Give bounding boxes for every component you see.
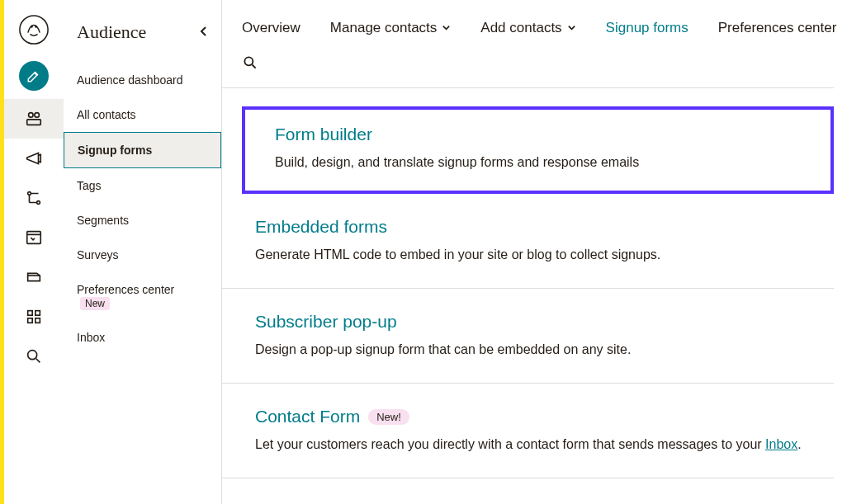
tab-manage-contacts[interactable]: Manage contacts: [330, 20, 451, 36]
card-embedded-forms[interactable]: Embedded forms Generate HTML code to emb…: [222, 194, 834, 289]
rail-website-icon[interactable]: [4, 218, 64, 257]
svg-rect-8: [27, 232, 41, 244]
rail-audience-icon[interactable]: [4, 99, 64, 139]
svg-rect-12: [35, 318, 40, 323]
sidebar-item-all-contacts[interactable]: All contacts: [64, 97, 221, 132]
sidebar-item-label: Tags: [77, 179, 102, 192]
tab-label: Overview: [242, 20, 300, 36]
tab-label: Signup forms: [606, 20, 688, 36]
sidebar-item-label: Surveys: [77, 248, 119, 261]
svg-point-6: [28, 192, 31, 195]
card-form-builder[interactable]: Form builder Build, design, and translat…: [242, 106, 834, 194]
sidebar-item-signup-forms[interactable]: Signup forms: [64, 132, 221, 168]
svg-rect-9: [28, 311, 33, 316]
card-title: Form builder: [275, 125, 814, 144]
desc-text: Let your customers reach you directly wi…: [255, 437, 765, 451]
sidebar-item-label: Preferences center: [77, 283, 174, 296]
sidebar-item-label: Inbox: [77, 331, 105, 344]
sidebar-item-label: Audience dashboard: [77, 73, 182, 87]
new-badge: New!: [368, 409, 409, 425]
rail-search-icon[interactable]: [4, 337, 64, 376]
svg-point-3: [29, 113, 34, 118]
card-title: Embedded forms: [255, 217, 814, 237]
svg-point-4: [35, 113, 39, 118]
sidebar-item-label: All contacts: [77, 108, 136, 121]
tab-preferences-center[interactable]: Preferences center: [718, 20, 837, 36]
main-content: Overview Manage contacts Add contacts Si…: [222, 0, 847, 504]
create-button[interactable]: [19, 61, 49, 91]
card-desc: Build, design, and translate signup form…: [275, 153, 814, 172]
card-subscriber-popup[interactable]: Subscriber pop-up Design a pop-up signup…: [222, 289, 834, 384]
card-title: Subscriber pop-up: [255, 312, 814, 332]
inbox-link[interactable]: Inbox: [765, 437, 797, 451]
card-title: Contact Form New!: [255, 407, 814, 426]
sidebar-item-label: Signup forms: [78, 144, 152, 157]
sidebar-item-label: Segments: [77, 214, 129, 227]
card-title-text: Contact Form: [255, 407, 360, 426]
new-badge: New: [80, 297, 110, 310]
sidebar-title: Audience: [77, 21, 146, 43]
chevron-down-icon: [442, 20, 451, 36]
sidebar-collapse-icon[interactable]: [200, 24, 208, 41]
svg-point-7: [37, 201, 40, 205]
sidebar-item-dashboard[interactable]: Audience dashboard: [64, 63, 221, 97]
search-row[interactable]: [222, 48, 834, 88]
tab-label: Add contacts: [480, 20, 561, 36]
sidebar-item-inbox[interactable]: Inbox: [64, 320, 221, 355]
tab-label: Preferences center: [718, 20, 837, 36]
desc-text: .: [797, 437, 801, 451]
svg-point-13: [28, 351, 37, 360]
tab-add-contacts[interactable]: Add contacts: [480, 20, 575, 36]
svg-rect-10: [35, 311, 40, 316]
svg-rect-5: [27, 120, 41, 125]
tab-signup-forms[interactable]: Signup forms: [606, 20, 688, 36]
sidebar-item-segments[interactable]: Segments: [64, 203, 221, 238]
sidebar-item-tags[interactable]: Tags: [64, 168, 221, 203]
tabs-bar: Overview Manage contacts Add contacts Si…: [222, 20, 847, 48]
card-contact-form[interactable]: Contact Form New! Let your customers rea…: [222, 384, 834, 478]
tab-label: Manage contacts: [330, 20, 437, 36]
icon-rail: [4, 0, 64, 504]
logo-icon[interactable]: [19, 15, 49, 48]
card-desc: Let your customers reach you directly wi…: [255, 435, 814, 455]
search-icon: [242, 59, 258, 73]
svg-rect-11: [28, 318, 33, 323]
tab-overview[interactable]: Overview: [242, 20, 300, 36]
rail-content-icon[interactable]: [4, 257, 64, 297]
svg-point-2: [35, 26, 37, 28]
svg-point-0: [20, 16, 48, 44]
sidebar: Audience Audience dashboard All contacts…: [64, 0, 222, 504]
rail-integrations-icon[interactable]: [4, 297, 64, 337]
sidebar-item-preferences[interactable]: Preferences center New: [64, 272, 221, 320]
rail-campaigns-icon[interactable]: [4, 139, 64, 178]
card-desc: Generate HTML code to embed in your site…: [255, 245, 814, 265]
svg-point-1: [31, 26, 33, 28]
svg-point-14: [244, 57, 253, 65]
card-desc: Design a pop-up signup form that can be …: [255, 340, 814, 360]
sidebar-item-surveys[interactable]: Surveys: [64, 238, 221, 272]
chevron-down-icon: [567, 20, 576, 36]
rail-automations-icon[interactable]: [4, 178, 64, 218]
